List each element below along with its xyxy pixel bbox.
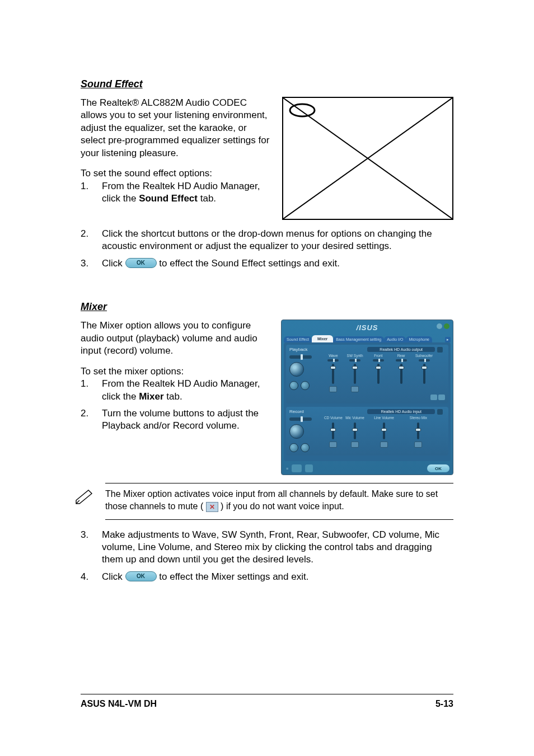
tab-microphone[interactable]: Microphone (406, 336, 432, 342)
step-num: 2. (81, 228, 102, 253)
slider-label: SW Synth (347, 354, 363, 358)
step-num: 1. (81, 378, 102, 403)
ok-button-icon (125, 258, 157, 268)
record-balance[interactable] (289, 417, 312, 421)
step-post: to effect the Sound Effect settings and … (159, 258, 340, 269)
step-num: 3. (81, 529, 102, 566)
group-title-input: Realtek HD Audio input (367, 409, 435, 414)
step-bold: Sound Effect (139, 193, 198, 204)
playback-panel: Playback . (286, 345, 448, 403)
folder-icon[interactable] (292, 464, 302, 472)
slider-wave[interactable]: Wave (323, 354, 344, 392)
step-num: 4. (81, 571, 102, 583)
mute-icon (206, 502, 218, 512)
mixer-lead: To set the mixer options: (81, 365, 270, 378)
step-text: From the Realtek HD Audio Manager, click… (102, 378, 270, 403)
step-text: From the Realtek HD Audio Manager, click… (102, 180, 271, 205)
mute-toggle[interactable] (414, 442, 422, 448)
playback-mute-icon[interactable] (301, 381, 310, 390)
tab-scroll-icon[interactable]: ▸ (445, 337, 451, 342)
slider-label: Front (374, 354, 382, 358)
mute-toggle[interactable] (329, 386, 337, 392)
note-text: The Mixer option activates voice input f… (105, 488, 453, 512)
note-pencil-icon (75, 488, 95, 512)
version-info-icon[interactable]: ≡ (286, 467, 288, 471)
tab-bass-management[interactable]: Bass Management setting (333, 336, 384, 342)
step-post: tab. (198, 193, 216, 204)
step-text: Turn the volume buttons to adjust the Pl… (102, 407, 270, 433)
step-text: Click to effect the Mixer settings and e… (102, 571, 453, 583)
slider-label: Mic Volume (345, 416, 364, 420)
step-bold: Mixer (139, 391, 163, 402)
slider-front[interactable]: Front (367, 354, 389, 385)
slider-label: Rear (397, 354, 405, 358)
slider-label: CD Volume (324, 416, 343, 420)
slider-subwoofer[interactable]: Subwoofer (413, 354, 435, 385)
step-post: tab. (164, 391, 182, 402)
mute-toggle[interactable] (351, 442, 359, 448)
footer-page: 5-13 (435, 699, 453, 709)
slider-swsynth[interactable]: SW Synth (345, 354, 366, 392)
device-dropdown-icon[interactable] (437, 409, 443, 415)
svg-line-3 (76, 500, 79, 504)
playback-volume-knob[interactable] (289, 362, 304, 377)
record-volume-knob[interactable] (289, 424, 304, 439)
sound-effect-intro: The Realtek® ALC882M Audio CODEC allows … (81, 97, 271, 159)
step-text: Click the shortcut buttons or the drop-d… (102, 228, 453, 253)
step-text: Make adjustments to Wave, SW Synth, Fron… (102, 529, 453, 566)
slider-line-volume[interactable]: Line Volume (367, 416, 400, 448)
footer-product: ASUS N4L-VM DH (81, 699, 157, 709)
playback-info-icon[interactable] (289, 381, 298, 390)
tab-audio-io[interactable]: Audio I/O (384, 336, 406, 342)
slider-label: Subwoofer (415, 354, 433, 358)
slider-label: Line Volume (374, 416, 394, 420)
record-mute-icon[interactable] (301, 443, 310, 452)
svg-point-2 (290, 104, 315, 116)
record-info-icon[interactable] (289, 443, 298, 452)
slider-stereo-mix[interactable]: Stereo Mix (402, 416, 435, 448)
close-icon[interactable] (444, 323, 449, 329)
sound-effect-screenshot-placeholder (282, 97, 453, 220)
mixer-screenshot: /‎ISUS Sound Effect Mixer Bass Managemen… (281, 320, 453, 475)
playback-balance[interactable] (289, 355, 312, 359)
tab-mixer[interactable]: Mixer (312, 335, 333, 342)
tab-sound-effect[interactable]: Sound Effect (284, 336, 312, 342)
mute-toggle[interactable] (380, 442, 388, 448)
step-text: Click to effect the Sound Effect setting… (102, 257, 453, 270)
asus-logo: /‎ISUS (357, 323, 378, 332)
group-title-output: Realtek HD Audio output (367, 347, 435, 352)
ok-button[interactable]: OK (427, 464, 449, 472)
section-title-sound-effect: Sound Effect (81, 78, 453, 90)
step-post: to effect the Mixer settings and exit. (159, 571, 308, 582)
section-title-mixer: Mixer (81, 301, 453, 313)
record-label: Record (289, 409, 321, 414)
playback-label: Playback (289, 347, 321, 352)
slider-mic-volume[interactable]: Mic Volume (345, 416, 366, 448)
mixer-intro: The Mixer option allows you to configure… (81, 320, 270, 357)
scroll-left-icon[interactable] (430, 395, 437, 400)
slider-label: Stereo Mix (410, 416, 427, 420)
slider-cd-volume[interactable]: CD Volume (323, 416, 344, 448)
scroll-right-icon[interactable] (438, 395, 445, 400)
record-panel: Record . (286, 407, 448, 456)
slider-rear[interactable]: Rear (390, 354, 412, 385)
ok-button-icon (125, 571, 157, 581)
slider-label: Wave (329, 354, 338, 358)
step-num: 3. (81, 257, 102, 270)
step-pre: Click (102, 258, 125, 269)
sound-effect-lead: To set the sound effect options: (81, 167, 271, 180)
mute-toggle[interactable] (351, 386, 359, 392)
step-num: 1. (81, 180, 102, 205)
settings-icon[interactable] (305, 464, 313, 472)
minimize-icon[interactable] (437, 323, 442, 329)
mute-toggle[interactable] (329, 442, 337, 448)
step-pre: Click (102, 571, 125, 582)
step-num: 2. (81, 407, 102, 433)
device-dropdown-icon[interactable] (437, 347, 443, 353)
note-post: ) if you do not want voice input. (221, 501, 344, 511)
